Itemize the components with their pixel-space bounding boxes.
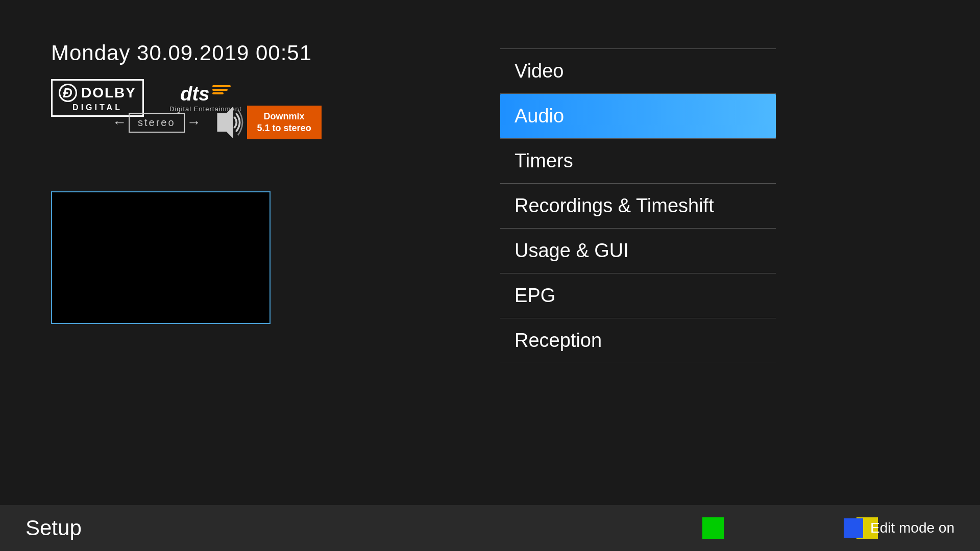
setup-label: Setup [26,516,82,540]
menu-item-usage[interactable]: Usage & GUI [500,229,776,273]
menu-panel: VideoAudioTimersRecordings & TimeshiftUs… [500,48,776,363]
preview-box [51,191,271,324]
stereo-label: stereo [129,113,185,133]
blue-button[interactable] [844,518,863,538]
dolby-name: DOLBY [81,85,136,101]
menu-separator-reception [500,363,776,363]
menu-item-timers[interactable]: Timers [500,139,776,183]
speaker-icon [201,99,247,145]
menu-item-audio[interactable]: Audio [500,94,776,138]
menu-item-video[interactable]: Video [500,49,776,93]
edit-mode-label: Edit mode on [870,520,954,536]
menu-item-recordings[interactable]: Recordings & Timeshift [500,184,776,228]
arrow-right-icon: → [187,114,201,131]
arrow-left-icon: ← [112,114,127,131]
bottom-bar: Setup Edit mode on [0,505,980,551]
downmix-label: Downmix 5.1 to stereo [247,106,322,140]
datetime-display: Monday 30.09.2019 00:51 [51,41,312,65]
speaker-area: ← stereo → Downmix 5.1 to stereo [112,99,322,145]
green-button[interactable] [702,517,724,539]
menu-item-reception[interactable]: Reception [500,318,776,363]
menu-item-epg[interactable]: EPG [500,273,776,318]
dolby-d-icon: Ð [59,84,77,102]
svg-text:Ð: Ð [63,85,72,101]
svg-marker-1 [217,107,233,139]
edit-mode-area: Edit mode on [844,518,954,538]
